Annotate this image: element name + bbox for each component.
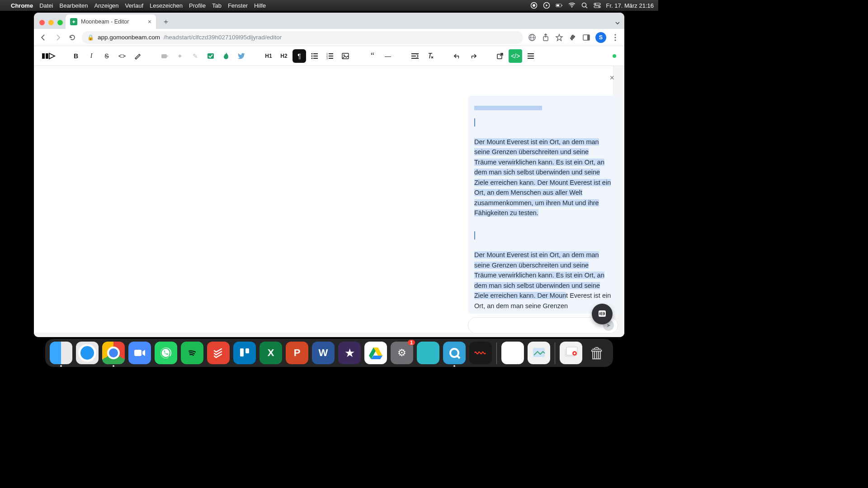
dock-downloads-stack[interactable]	[560, 342, 582, 364]
bullet-list-button[interactable]	[308, 49, 321, 63]
svg-rect-40	[411, 53, 419, 54]
open-external-button[interactable]	[493, 49, 507, 63]
share-button[interactable]	[541, 33, 550, 42]
dock-excel[interactable]: X	[259, 342, 282, 364]
menu-anzeigen[interactable]: Anzeigen	[94, 2, 118, 9]
tab-overflow-button[interactable]	[614, 20, 621, 26]
menu-fenster[interactable]: Fenster	[228, 2, 248, 9]
code-button[interactable]: <>	[115, 49, 129, 63]
menu-profile[interactable]: Profile	[189, 2, 206, 9]
strikethrough-button[interactable]: S	[100, 49, 113, 63]
dock-todoist[interactable]	[207, 342, 230, 364]
dock-powerpoint[interactable]: P	[286, 342, 308, 364]
control-center-icon[interactable]	[594, 2, 601, 9]
svg-point-20	[614, 37, 616, 38]
svg-rect-37	[329, 58, 333, 59]
new-tab-button[interactable]: ＋	[160, 15, 172, 28]
ai-panel-close-button[interactable]: ×	[609, 73, 614, 83]
menu-lesezeichen[interactable]: Lesezeichen	[150, 2, 183, 9]
menu-hilfe[interactable]: Hilfe	[254, 2, 266, 9]
clear-formatting-button[interactable]	[424, 49, 437, 63]
dock-finder[interactable]	[50, 342, 72, 364]
moonbeam-logo-icon[interactable]	[42, 52, 56, 61]
window-zoom-button[interactable]	[57, 20, 63, 25]
h1-button[interactable]: H1	[262, 49, 275, 63]
quote-button[interactable]: “	[366, 49, 379, 63]
side-panel-icon[interactable]	[582, 33, 591, 42]
omnibox[interactable]: 🔒 app.gomoonbeam.com/headstart/clfczd39h…	[82, 31, 523, 44]
redo-button[interactable]	[466, 49, 480, 63]
align-button[interactable]	[408, 49, 422, 63]
italic-button[interactable]: I	[85, 49, 98, 63]
dock-word[interactable]: W	[312, 342, 335, 364]
window-minimize-button[interactable]	[48, 20, 54, 25]
dock-safari[interactable]	[76, 342, 99, 364]
dock-whatsapp[interactable]	[155, 342, 177, 364]
highlight-button[interactable]	[131, 49, 144, 63]
dock-chrome[interactable]	[102, 342, 125, 364]
ai-green-check-button[interactable]	[204, 49, 217, 63]
menubar-app-name[interactable]: Chrome	[11, 2, 33, 9]
dock-imovie[interactable]: ★	[338, 342, 361, 364]
image-button[interactable]	[339, 49, 352, 63]
twitter-share-button[interactable]	[235, 49, 248, 63]
horizontal-rule-button[interactable]: —	[381, 49, 395, 63]
dock-system-settings[interactable]: ⚙1	[391, 342, 413, 364]
dock-recent-1[interactable]	[501, 342, 524, 364]
code-block-button[interactable]: </>	[509, 49, 522, 63]
ai-panel-body[interactable]: Der Mount Everest ist ein Ort, an dem ma…	[468, 96, 618, 314]
svg-point-12	[598, 6, 599, 7]
dock-recent-preview[interactable]	[528, 342, 550, 364]
nav-back-button[interactable]	[38, 33, 48, 42]
dock-spotify[interactable]	[181, 342, 203, 364]
outline-panel-button[interactable]	[524, 49, 538, 63]
dock-app-cyan[interactable]	[417, 342, 439, 364]
ai-action-1-button[interactable]	[158, 49, 171, 63]
dock-google-drive[interactable]	[364, 342, 387, 364]
site-lock-icon[interactable]: 🔒	[87, 34, 94, 41]
extensions-icon[interactable]	[568, 33, 577, 42]
dock-voice-memos[interactable]	[469, 342, 492, 364]
chrome-menu-button[interactable]	[611, 33, 620, 42]
svg-rect-4	[557, 5, 559, 6]
svg-point-7	[582, 3, 586, 7]
wifi-icon[interactable]	[568, 2, 576, 9]
numbered-list-button[interactable]: 123	[323, 49, 337, 63]
bookmark-star-icon[interactable]	[555, 33, 564, 42]
intercom-chat-button[interactable]	[592, 304, 613, 324]
h2-button[interactable]: H2	[277, 49, 291, 63]
svg-rect-24	[161, 54, 167, 58]
menu-datei[interactable]: Datei	[39, 2, 53, 9]
ai-sparkle-button[interactable]: ✦	[173, 49, 187, 63]
tab-close-button[interactable]: ×	[148, 18, 151, 25]
svg-rect-33	[329, 53, 333, 54]
url-host: app.gomoonbeam.com	[98, 34, 160, 41]
ai-paragraph-1: Der Mount Everest ist ein Ort, an dem ma…	[474, 137, 612, 218]
paragraph-button[interactable]: ¶	[292, 49, 306, 63]
nav-forward-button[interactable]	[53, 33, 63, 42]
dock-zoom[interactable]	[128, 342, 151, 364]
ai-flame-button[interactable]	[219, 49, 233, 63]
screen-record-icon[interactable]	[530, 2, 538, 9]
menu-bearbeiten[interactable]: Bearbeiten	[59, 2, 88, 9]
browser-tab[interactable]: ✦ Moonbeam - Editor ×	[66, 14, 156, 29]
google-translate-icon[interactable]	[528, 33, 537, 42]
nav-reload-button[interactable]	[67, 33, 77, 42]
bold-button[interactable]: B	[69, 49, 83, 63]
menubar-datetime[interactable]: Fr. 17. März 21:16	[606, 2, 654, 9]
now-playing-icon[interactable]	[543, 2, 550, 9]
window-close-button[interactable]	[39, 20, 45, 25]
ai-edit-button[interactable]: ✎	[189, 49, 202, 63]
dock-quicktime[interactable]	[443, 342, 466, 364]
dock-trello[interactable]	[233, 342, 256, 364]
ai-chat-text-field[interactable]	[475, 322, 603, 329]
menu-verlauf[interactable]: Verlauf	[125, 2, 143, 9]
svg-text:3: 3	[326, 57, 328, 59]
spotlight-icon[interactable]	[581, 2, 588, 9]
menu-tab[interactable]: Tab	[212, 2, 222, 9]
dock-trash[interactable]: 🗑	[586, 342, 609, 364]
profile-avatar[interactable]: S	[595, 32, 606, 43]
battery-icon[interactable]	[556, 2, 563, 9]
svg-rect-46	[528, 58, 534, 59]
undo-button[interactable]	[451, 49, 464, 63]
